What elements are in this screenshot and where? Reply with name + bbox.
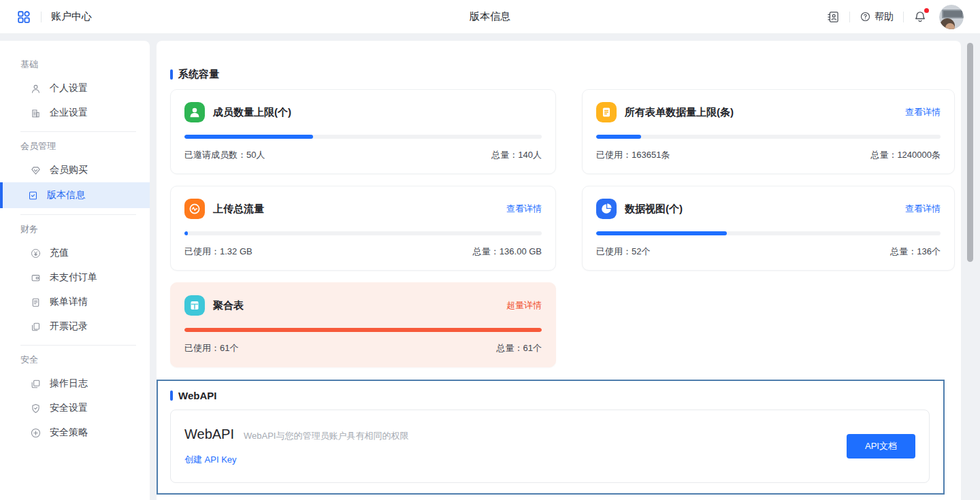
bill-icon [30,297,42,308]
sidebar-item-user[interactable]: 个人设置 [0,76,150,101]
sidebar-group-title: 安全 [0,347,150,371]
api-doc-button[interactable]: API文档 [847,434,915,459]
capacity-card: 聚合表 超量详情 已使用：61个 总量：61个 [170,282,556,367]
progress-track [596,135,941,139]
help-label: 帮助 [875,11,894,23]
recharge-icon [30,248,42,259]
sidebar-group-title: 基础 [0,52,150,76]
sidebar-group-title: 财务 [0,216,150,241]
sidebar-item-label: 未支付订单 [50,271,97,284]
contacts-icon[interactable] [826,10,840,24]
card-detail-link[interactable]: 超量详情 [506,299,542,312]
card-used-label: 已使用：1.32 GB [184,246,252,258]
sidebar-group: 基础 个人设置 企业设置 [0,52,150,125]
notifications-button[interactable] [913,10,927,24]
card-glyph [187,201,202,216]
card-title: 聚合表 [213,299,244,312]
webapi-description: WebAPI与您的管理员账户具有相同的权限 [244,430,408,442]
app-title: 账户中心 [51,10,92,23]
sidebar-item-gem[interactable]: 会员购买 [0,158,150,182]
sidebar-item-label: 版本信息 [47,189,85,201]
notification-dot [924,8,929,13]
sidebar-item-label: 操作日志 [50,378,88,390]
sidebar-item-label: 安全设置 [50,402,88,414]
card-detail-link[interactable]: 查看详情 [905,106,941,118]
sidebar-group: 会员管理 会员购买 版本信息 [0,133,150,208]
dataview-icon [596,199,617,219]
traffic-icon [184,199,205,219]
capacity-card: 所有表单数据量上限(条) 查看详情 已使用：163651条 总量：1240000… [582,89,955,174]
webapi-section-title: WebAPI [178,390,216,401]
progress-fill [184,231,188,235]
sidebar-item-version[interactable]: 版本信息 [0,182,150,208]
vertical-scrollbar[interactable] [967,43,973,262]
sidebar-item-policy[interactable]: 安全策略 [0,420,150,445]
sidebar-item-label: 会员购买 [50,164,88,176]
sidebar-item-building[interactable]: 企业设置 [0,101,150,125]
app-grid-icon[interactable] [16,10,31,24]
sidebar-item-log[interactable]: 操作日志 [0,371,150,396]
progress-track [596,231,941,235]
invoice-icon [30,321,42,333]
top-header: 账户中心 版本信息 帮助 [0,0,980,34]
card-total-label: 总量：1240000条 [870,149,941,161]
progress-track [184,231,542,235]
gem-icon [30,165,42,176]
webapi-card: WebAPI WebAPI与您的管理员账户具有相同的权限 创建 API Key … [170,410,930,483]
card-detail-link[interactable]: 查看详情 [506,203,542,215]
header-divider [41,12,42,22]
card-glyph [187,105,202,120]
help-button[interactable]: 帮助 [860,11,894,23]
card-glyph [599,105,614,120]
avatar[interactable] [939,5,964,29]
section-title-bar [170,69,173,80]
version-icon [27,190,39,201]
create-api-key-link[interactable]: 创建 API Key [184,454,408,466]
card-total-label: 总量：61个 [497,342,542,354]
capacity-grid: 成员数量上限(个) 已邀请成员数：50人 总量：140人 所有表单数据量上限(条… [170,89,961,367]
card-title: 成员数量上限(个) [213,106,291,119]
progress-track [184,328,542,332]
sidebar-item-invoice[interactable]: 开票记录 [0,314,150,339]
sidebar-item-label: 企业设置 [50,107,88,119]
webapi-section: WebAPI WebAPI WebAPI与您的管理员账户具有相同的权限 创建 A… [157,380,945,495]
capacity-card: 数据视图(个) 查看详情 已使用：52个 总量：136个 [582,186,955,271]
sidebar-item-label: 安全策略 [50,427,88,439]
sidebar-item-bill[interactable]: 账单详情 [0,290,150,314]
card-title: 数据视图(个) [625,203,683,216]
card-title: 上传总流量 [213,203,264,216]
header-divider [849,12,850,22]
sidebar-group-items: 个人设置 企业设置 [0,76,150,125]
card-total-label: 总量：136.00 GB [473,246,542,258]
sidebar-item-recharge[interactable]: 充值 [0,241,150,265]
card-total-label: 总量：140人 [491,149,542,161]
help-icon [860,11,871,22]
progress-fill [596,135,641,139]
sidebar-divider [20,214,136,215]
sidebar-item-label: 开票记录 [50,320,88,333]
sidebar-item-wallet[interactable]: 未支付订单 [0,265,150,290]
card-total-label: 总量：136个 [890,246,941,258]
wallet-icon [30,272,42,284]
form-icon [596,102,617,122]
card-used-label: 已使用：61个 [184,342,238,354]
sidebar-nav: 基础 个人设置 企业设置 会员管理 会员购买 版本信息 财务 充值 未支付订单 … [0,41,150,500]
card-detail-link[interactable]: 查看详情 [905,203,941,215]
aggregate-icon [184,295,205,316]
card-glyph [599,201,614,216]
capacity-section: 系统容量 成员数量上限(个) 已邀请成员数：50人 总量：140人 所有表单数据… [157,41,961,367]
log-icon [30,378,42,390]
building-icon [30,107,42,119]
shield-icon [30,403,42,414]
card-used-label: 已邀请成员数：50人 [184,149,265,161]
progress-fill [184,135,313,139]
progress-fill [596,231,727,235]
card-glyph [187,298,202,313]
main-panel: 系统容量 成员数量上限(个) 已邀请成员数：50人 总量：140人 所有表单数据… [157,41,961,500]
sidebar-item-shield[interactable]: 安全设置 [0,396,150,420]
sidebar-item-label: 充值 [50,247,69,259]
progress-track [184,135,542,139]
sidebar-item-label: 账单详情 [50,296,88,308]
capacity-card: 上传总流量 查看详情 已使用：1.32 GB 总量：136.00 GB [170,186,556,271]
avatar-image [939,5,964,29]
